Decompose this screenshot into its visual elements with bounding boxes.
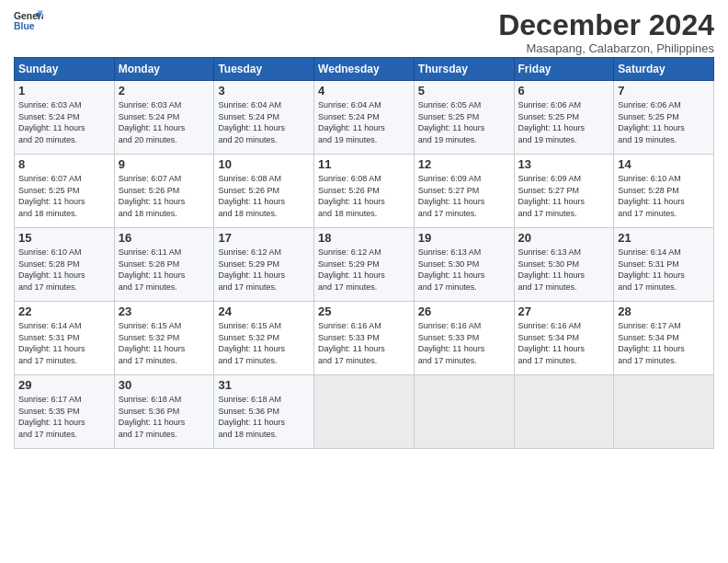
svg-text:Blue: Blue <box>14 21 35 31</box>
calendar-cell: 5Sunrise: 6:05 AM Sunset: 5:25 PM Daylig… <box>414 81 514 155</box>
location: Masapang, Calabarzon, Philippines <box>498 41 714 55</box>
day-number: 3 <box>218 84 310 98</box>
day-info: Sunrise: 6:07 AM Sunset: 5:25 PM Dayligh… <box>18 173 110 219</box>
logo-icon: General Blue <box>14 9 43 35</box>
week-row-5: 29Sunrise: 6:17 AM Sunset: 5:35 PM Dayli… <box>15 375 714 449</box>
calendar-cell: 31Sunrise: 6:18 AM Sunset: 5:36 PM Dayli… <box>214 375 314 449</box>
calendar-cell: 19Sunrise: 6:13 AM Sunset: 5:30 PM Dayli… <box>414 228 514 302</box>
day-info: Sunrise: 6:04 AM Sunset: 5:24 PM Dayligh… <box>318 99 410 145</box>
calendar-cell: 24Sunrise: 6:15 AM Sunset: 5:32 PM Dayli… <box>214 302 314 375</box>
week-row-2: 8Sunrise: 6:07 AM Sunset: 5:25 PM Daylig… <box>15 155 714 228</box>
calendar-cell: 28Sunrise: 6:17 AM Sunset: 5:34 PM Dayli… <box>614 302 714 375</box>
day-number: 13 <box>518 157 610 171</box>
day-info: Sunrise: 6:10 AM Sunset: 5:28 PM Dayligh… <box>18 247 110 293</box>
day-number: 1 <box>18 84 110 98</box>
calendar-cell <box>614 375 714 449</box>
day-info: Sunrise: 6:06 AM Sunset: 5:25 PM Dayligh… <box>518 99 610 145</box>
day-number: 5 <box>418 84 510 98</box>
day-info: Sunrise: 6:08 AM Sunset: 5:26 PM Dayligh… <box>318 173 410 219</box>
day-info: Sunrise: 6:09 AM Sunset: 5:27 PM Dayligh… <box>518 173 610 219</box>
weekday-header-thursday: Thursday <box>414 58 514 81</box>
day-info: Sunrise: 6:09 AM Sunset: 5:27 PM Dayligh… <box>418 173 510 219</box>
calendar-table: SundayMondayTuesdayWednesdayThursdayFrid… <box>14 57 714 449</box>
day-number: 2 <box>119 84 210 98</box>
day-number: 27 <box>518 304 610 318</box>
weekday-header-row: SundayMondayTuesdayWednesdayThursdayFrid… <box>15 58 714 81</box>
day-number: 19 <box>418 231 510 245</box>
day-number: 17 <box>218 231 310 245</box>
day-number: 8 <box>18 157 110 171</box>
day-info: Sunrise: 6:12 AM Sunset: 5:29 PM Dayligh… <box>218 247 310 293</box>
day-info: Sunrise: 6:13 AM Sunset: 5:30 PM Dayligh… <box>518 247 610 293</box>
day-number: 28 <box>618 304 710 318</box>
day-info: Sunrise: 6:18 AM Sunset: 5:36 PM Dayligh… <box>119 394 210 440</box>
day-info: Sunrise: 6:10 AM Sunset: 5:28 PM Dayligh… <box>618 173 710 219</box>
day-info: Sunrise: 6:16 AM Sunset: 5:33 PM Dayligh… <box>418 320 510 366</box>
calendar-cell: 11Sunrise: 6:08 AM Sunset: 5:26 PM Dayli… <box>314 155 415 228</box>
calendar-cell <box>514 375 614 449</box>
calendar-cell: 22Sunrise: 6:14 AM Sunset: 5:31 PM Dayli… <box>15 302 115 375</box>
day-info: Sunrise: 6:13 AM Sunset: 5:30 PM Dayligh… <box>418 247 510 293</box>
day-number: 26 <box>418 304 510 318</box>
calendar-cell: 4Sunrise: 6:04 AM Sunset: 5:24 PM Daylig… <box>314 81 415 155</box>
day-number: 11 <box>318 157 410 171</box>
week-row-1: 1Sunrise: 6:03 AM Sunset: 5:24 PM Daylig… <box>15 81 714 155</box>
day-number: 14 <box>618 157 710 171</box>
calendar-cell: 23Sunrise: 6:15 AM Sunset: 5:32 PM Dayli… <box>114 302 214 375</box>
calendar-cell: 21Sunrise: 6:14 AM Sunset: 5:31 PM Dayli… <box>614 228 714 302</box>
day-info: Sunrise: 6:17 AM Sunset: 5:35 PM Dayligh… <box>18 394 110 440</box>
day-number: 16 <box>119 231 210 245</box>
weekday-header-sunday: Sunday <box>15 58 115 81</box>
weekday-header-tuesday: Tuesday <box>214 58 314 81</box>
calendar-cell: 12Sunrise: 6:09 AM Sunset: 5:27 PM Dayli… <box>414 155 514 228</box>
calendar-cell: 26Sunrise: 6:16 AM Sunset: 5:33 PM Dayli… <box>414 302 514 375</box>
calendar-cell: 10Sunrise: 6:08 AM Sunset: 5:26 PM Dayli… <box>214 155 314 228</box>
day-info: Sunrise: 6:16 AM Sunset: 5:34 PM Dayligh… <box>518 320 610 366</box>
calendar-cell: 25Sunrise: 6:16 AM Sunset: 5:33 PM Dayli… <box>314 302 415 375</box>
day-number: 30 <box>119 378 210 392</box>
day-info: Sunrise: 6:15 AM Sunset: 5:32 PM Dayligh… <box>218 320 310 366</box>
calendar-cell: 6Sunrise: 6:06 AM Sunset: 5:25 PM Daylig… <box>514 81 614 155</box>
day-info: Sunrise: 6:12 AM Sunset: 5:29 PM Dayligh… <box>318 247 410 293</box>
weekday-header-monday: Monday <box>114 58 214 81</box>
day-number: 10 <box>218 157 310 171</box>
month-title: December 2024 <box>498 9 714 41</box>
day-number: 4 <box>318 84 410 98</box>
calendar-cell: 9Sunrise: 6:07 AM Sunset: 5:26 PM Daylig… <box>114 155 214 228</box>
calendar-cell: 13Sunrise: 6:09 AM Sunset: 5:27 PM Dayli… <box>514 155 614 228</box>
weekday-header-saturday: Saturday <box>614 58 714 81</box>
day-number: 15 <box>18 231 110 245</box>
calendar-cell: 8Sunrise: 6:07 AM Sunset: 5:25 PM Daylig… <box>15 155 115 228</box>
day-info: Sunrise: 6:05 AM Sunset: 5:25 PM Dayligh… <box>418 99 510 145</box>
day-number: 29 <box>18 378 110 392</box>
calendar-cell: 7Sunrise: 6:06 AM Sunset: 5:25 PM Daylig… <box>614 81 714 155</box>
day-number: 9 <box>119 157 210 171</box>
calendar-cell: 20Sunrise: 6:13 AM Sunset: 5:30 PM Dayli… <box>514 228 614 302</box>
page-container: General Blue December 2024 Masapang, Cal… <box>0 0 728 454</box>
logo: General Blue <box>14 9 43 35</box>
day-info: Sunrise: 6:03 AM Sunset: 5:24 PM Dayligh… <box>119 99 210 145</box>
day-number: 18 <box>318 231 410 245</box>
day-info: Sunrise: 6:08 AM Sunset: 5:26 PM Dayligh… <box>218 173 310 219</box>
day-info: Sunrise: 6:14 AM Sunset: 5:31 PM Dayligh… <box>618 247 710 293</box>
day-number: 22 <box>18 304 110 318</box>
day-number: 23 <box>119 304 210 318</box>
day-info: Sunrise: 6:17 AM Sunset: 5:34 PM Dayligh… <box>618 320 710 366</box>
weekday-header-friday: Friday <box>514 58 614 81</box>
calendar-cell: 15Sunrise: 6:10 AM Sunset: 5:28 PM Dayli… <box>15 228 115 302</box>
weekday-header-wednesday: Wednesday <box>314 58 415 81</box>
day-info: Sunrise: 6:11 AM Sunset: 5:28 PM Dayligh… <box>119 247 210 293</box>
day-number: 31 <box>218 378 310 392</box>
day-info: Sunrise: 6:15 AM Sunset: 5:32 PM Dayligh… <box>119 320 210 366</box>
day-number: 25 <box>318 304 410 318</box>
day-number: 21 <box>618 231 710 245</box>
day-number: 7 <box>618 84 710 98</box>
calendar-cell: 29Sunrise: 6:17 AM Sunset: 5:35 PM Dayli… <box>15 375 115 449</box>
day-info: Sunrise: 6:04 AM Sunset: 5:24 PM Dayligh… <box>218 99 310 145</box>
title-block: December 2024 Masapang, Calabarzon, Phil… <box>498 9 714 55</box>
day-info: Sunrise: 6:06 AM Sunset: 5:25 PM Dayligh… <box>618 99 710 145</box>
day-info: Sunrise: 6:18 AM Sunset: 5:36 PM Dayligh… <box>218 394 310 440</box>
calendar-cell: 30Sunrise: 6:18 AM Sunset: 5:36 PM Dayli… <box>114 375 214 449</box>
calendar-cell: 2Sunrise: 6:03 AM Sunset: 5:24 PM Daylig… <box>114 81 214 155</box>
day-number: 24 <box>218 304 310 318</box>
